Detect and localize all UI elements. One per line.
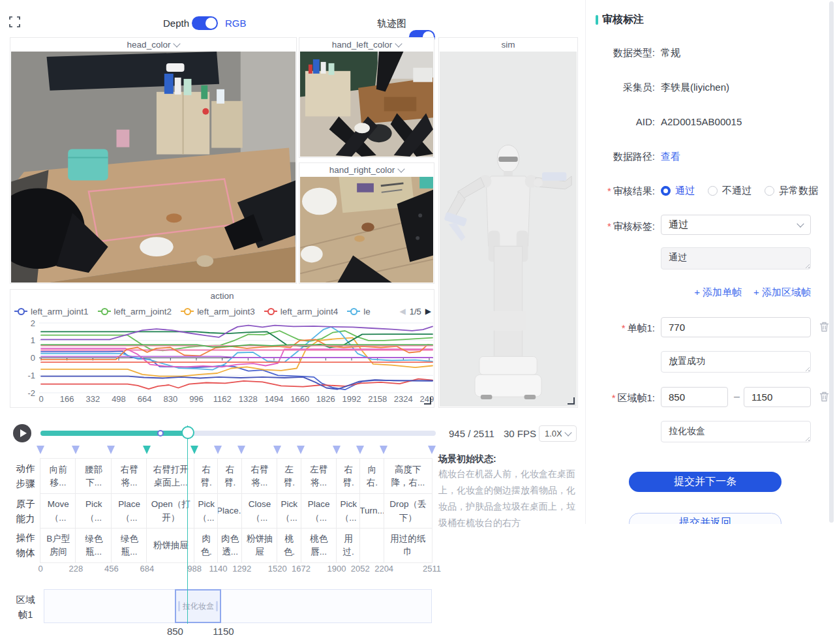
segment-left-handle[interactable] xyxy=(178,601,180,611)
action-line-chart: 210-1-2016633249866483099611621328149416… xyxy=(10,318,434,407)
single-frame-dot-marker[interactable] xyxy=(157,430,164,437)
legend-next-icon[interactable]: ▶ xyxy=(425,307,431,316)
table-cell[interactable]: 左臂将... xyxy=(301,459,337,494)
delete-region-frame-icon[interactable] xyxy=(819,391,829,402)
table-cell[interactable]: B户型房间 xyxy=(40,529,76,562)
table-cell[interactable]: 绿色瓶... xyxy=(76,529,111,562)
resize-handle-icon[interactable] xyxy=(424,397,431,405)
table-cell[interactable]: 右臂将... xyxy=(112,459,147,494)
svg-text:0: 0 xyxy=(31,353,35,363)
region-frame-segment[interactable]: 拉化妆盒 xyxy=(175,589,221,623)
add-single-frame-link[interactable]: + 添加单帧 xyxy=(694,286,742,299)
table-cell[interactable]: Pick（... xyxy=(76,494,111,529)
table-cell[interactable]: 向前移... xyxy=(40,459,76,494)
info-field-value: 常规 xyxy=(661,47,680,59)
resize-handle-icon[interactable] xyxy=(568,397,575,405)
table-cell[interactable] xyxy=(360,529,384,562)
step-boundary-marker[interactable] xyxy=(214,446,222,454)
review-result-option[interactable]: 不通过 xyxy=(708,185,752,197)
table-cell[interactable]: Close（... xyxy=(242,494,277,529)
table-cell[interactable]: 右臂. xyxy=(218,459,241,494)
legend-item[interactable]: left_arm_joint1 xyxy=(14,307,89,316)
table-cell[interactable]: 肉色透... xyxy=(218,529,241,562)
step-boundary-marker[interactable] xyxy=(143,446,151,454)
table-cell[interactable]: 右臂将... xyxy=(242,459,277,494)
add-region-frame-link[interactable]: + 添加区域帧 xyxy=(753,286,811,299)
resize-grip-icon[interactable] xyxy=(804,263,810,268)
table-cell[interactable]: 用过. xyxy=(337,529,360,562)
step-boundary-marker[interactable] xyxy=(237,446,245,454)
table-cell[interactable]: Pick（... xyxy=(194,494,218,529)
table-cell[interactable]: 粉饼抽屉 xyxy=(242,529,277,562)
playback-slider-handle[interactable] xyxy=(181,426,194,439)
table-cell[interactable]: 左臂. xyxy=(277,459,301,494)
table-cell[interactable]: 绿色瓶... xyxy=(112,529,147,562)
table-cell[interactable]: Place（... xyxy=(112,494,147,529)
table-cell[interactable]: Pick（... xyxy=(277,494,301,529)
table-cell[interactable]: 桃色. xyxy=(277,529,301,562)
resize-grip-icon[interactable] xyxy=(804,436,810,441)
step-boundary-marker[interactable] xyxy=(190,446,198,454)
delete-single-frame-icon[interactable] xyxy=(819,322,829,332)
single-frame-note-textarea[interactable]: 放置成功 xyxy=(661,351,811,373)
table-cell[interactable]: Place.. xyxy=(218,494,241,529)
depth-rgb-toggle[interactable] xyxy=(192,16,218,30)
radio-selected-icon xyxy=(661,186,671,196)
frame-axis-tick: 2511 xyxy=(423,564,441,574)
step-boundary-marker[interactable] xyxy=(356,446,364,454)
svg-text:664: 664 xyxy=(138,394,152,404)
table-cell[interactable]: 向右. xyxy=(360,459,384,494)
segment-right-handle[interactable] xyxy=(216,601,218,611)
legend-item[interactable]: le xyxy=(347,307,371,316)
hand-left-camera-dropdown[interactable]: hand_left_color xyxy=(299,38,434,52)
legend-prev-icon[interactable]: ◀ xyxy=(399,307,405,316)
region-start-input[interactable]: 850 xyxy=(661,387,728,407)
submit-back-button[interactable]: 提交并返回 xyxy=(629,513,782,524)
frame-axis-tick: 2052 xyxy=(351,564,370,574)
frame-axis-tick: 1292 xyxy=(232,564,251,574)
table-cell[interactable]: Pick（... xyxy=(337,494,360,529)
radio-unselected-icon xyxy=(708,186,718,196)
single-frame-input[interactable]: 770 xyxy=(661,317,811,337)
play-button[interactable] xyxy=(13,424,31,442)
region-end-input[interactable]: 1150 xyxy=(744,387,811,407)
data-path-view-link[interactable]: 查看 xyxy=(661,151,680,163)
step-boundary-marker[interactable] xyxy=(273,446,281,454)
table-cell[interactable]: 用过的纸巾 xyxy=(384,529,432,562)
review-tag-note-textarea[interactable]: 通过 xyxy=(661,247,811,269)
step-boundary-marker[interactable] xyxy=(380,446,387,454)
table-cell[interactable]: 高度下降，右... xyxy=(384,459,432,494)
submit-next-button[interactable]: 提交并下一条 xyxy=(629,472,782,492)
table-cell[interactable]: Drop（丢下） xyxy=(384,494,432,529)
required-asterisk: * xyxy=(607,185,611,196)
playback-slider-fill xyxy=(40,431,188,436)
fullscreen-icon[interactable] xyxy=(9,16,20,27)
review-result-option[interactable]: 异常数据 xyxy=(765,185,818,197)
legend-item[interactable]: left_arm_joint2 xyxy=(98,307,172,316)
head-camera-dropdown[interactable]: head_color xyxy=(10,38,296,52)
legend-item[interactable]: left_arm_joint4 xyxy=(264,307,339,316)
review-tag-select[interactable]: 通过 xyxy=(661,215,811,235)
legend-item[interactable]: left_arm_joint3 xyxy=(181,307,255,316)
step-boundary-marker[interactable] xyxy=(37,446,44,454)
speed-dropdown[interactable]: 1.0X xyxy=(539,425,577,442)
table-cell[interactable]: 桃色唇... xyxy=(301,529,337,562)
table-cell[interactable]: Place（... xyxy=(301,494,337,529)
table-cell[interactable]: Move（... xyxy=(40,494,76,529)
resize-grip-icon[interactable] xyxy=(804,366,810,371)
step-boundary-marker[interactable] xyxy=(297,446,305,454)
region-frame-note-textarea[interactable]: 拉化妆盒 xyxy=(661,421,811,442)
table-cell[interactable]: Turn... xyxy=(360,494,384,529)
hand-right-camera-dropdown[interactable]: hand_right_color xyxy=(299,163,434,177)
table-cell[interactable]: 腰部下... xyxy=(76,459,111,494)
table-cell[interactable]: 右臂. xyxy=(337,459,360,494)
step-boundary-marker[interactable] xyxy=(428,446,436,454)
step-boundary-marker[interactable] xyxy=(72,446,80,454)
region-frame-track[interactable] xyxy=(44,589,432,623)
table-cell[interactable]: 肉色. xyxy=(194,529,218,562)
step-boundary-marker[interactable] xyxy=(107,446,115,454)
table-cell[interactable]: 右臂. xyxy=(194,459,218,494)
panel-scrollbar[interactable] xyxy=(829,1,834,523)
step-boundary-marker[interactable] xyxy=(333,446,341,454)
review-result-option[interactable]: 通过 xyxy=(661,185,695,197)
